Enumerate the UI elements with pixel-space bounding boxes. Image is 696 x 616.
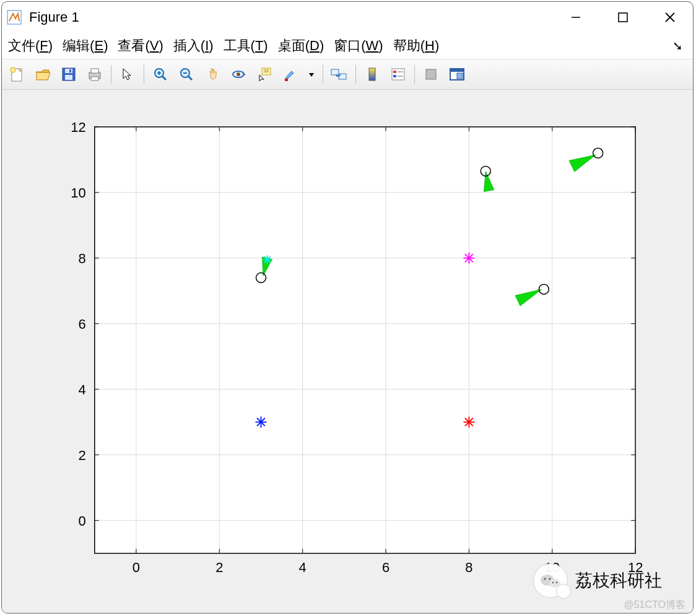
watermark-cto: @51CTO博客 [624,599,685,612]
save-button[interactable] [58,63,80,85]
svg-text:0: 0 [79,513,86,529]
svg-text:10: 10 [71,185,85,201]
watermark-cn: 荔枝科研社 [533,563,662,598]
svg-line-15 [162,76,166,80]
axes-canvas[interactable]: 024681012024681012 荔枝科研社 @51CTO博客 [2,90,693,613]
svg-rect-12 [91,69,98,73]
svg-text:2: 2 [79,448,86,463]
toolbar-separator [355,65,356,84]
svg-text:2: 2 [215,560,223,575]
svg-text:4: 4 [79,382,86,397]
svg-rect-39 [95,127,635,553]
toolbar-separator [144,65,144,84]
menu-desktop[interactable]: 桌面(D) [278,37,324,55]
window-title: Figure 1 [29,9,79,25]
zoom-in-button[interactable] [149,63,172,85]
menu-view[interactable]: 查看(V) [118,37,163,55]
close-button[interactable] [650,4,690,31]
svg-text:8: 8 [465,560,472,575]
svg-point-22 [237,72,240,76]
svg-rect-31 [393,71,396,73]
data-cursor-button[interactable] [253,63,276,85]
wechat-icon [533,563,568,598]
svg-rect-32 [393,75,396,77]
toolbar-separator [323,65,323,84]
svg-rect-38 [457,73,463,79]
svg-text:0: 0 [133,560,140,575]
menu-insert[interactable]: 插入(I) [173,37,214,55]
svg-rect-2 [619,13,627,22]
svg-line-19 [188,76,192,80]
menu-file[interactable]: 文件(F) [8,37,53,55]
svg-text:8: 8 [79,251,86,266]
svg-point-124 [549,578,550,579]
svg-rect-35 [426,69,436,79]
menu-tools[interactable]: 工具(T) [224,37,268,55]
rotate-3d-button[interactable] [227,63,250,85]
svg-text:4: 4 [299,560,307,575]
svg-rect-30 [392,69,404,80]
toolbar [2,59,693,90]
titlebar: Figure 1 [2,2,693,33]
svg-point-126 [556,582,558,584]
hide-plot-button[interactable] [420,63,442,85]
svg-rect-8 [65,69,72,73]
maximize-button[interactable] [602,4,643,31]
menu-window[interactable]: 窗口(W) [334,37,383,55]
window-controls [555,4,690,31]
svg-rect-9 [65,75,72,80]
zoom-out-button[interactable] [175,63,198,85]
matlab-icon [7,10,22,25]
new-figure-button[interactable] [6,63,28,85]
svg-rect-13 [91,77,98,80]
brush-button[interactable] [279,63,302,85]
svg-point-6 [11,67,15,72]
colorbar-button[interactable] [361,63,383,85]
pan-button[interactable] [201,63,224,85]
link-axes-button[interactable] [328,63,350,85]
toolbar-separator [414,65,415,84]
pointer-button[interactable] [116,63,139,85]
svg-rect-29 [369,68,375,80]
menu-edit[interactable]: 编辑(E) [63,37,108,55]
open-button[interactable] [32,63,54,85]
brush-dropdown-button[interactable] [305,63,318,85]
svg-point-125 [552,582,554,584]
axes-svg: 024681012024681012 [2,90,693,614]
menu-help[interactable]: 帮助(H) [393,37,440,55]
svg-point-123 [544,578,546,579]
svg-text:12: 12 [71,119,85,135]
menubar: 文件(F) 编辑(E) 查看(V) 插入(I) 工具(T) 桌面(D) 窗口(W… [2,33,693,59]
svg-rect-27 [331,69,339,75]
svg-text:6: 6 [382,560,389,575]
minimize-button[interactable] [555,4,596,31]
toolbar-separator [111,65,111,84]
svg-rect-37 [450,69,464,72]
svg-rect-10 [69,69,71,72]
dock-arrow-icon[interactable]: ➘ [672,38,687,53]
svg-rect-26 [285,79,288,81]
svg-text:6: 6 [79,316,86,332]
legend-button[interactable] [387,63,409,85]
svg-point-122 [549,579,560,588]
dock-figure-button[interactable] [446,63,468,85]
figure-window: Figure 1 文件(F) 编辑(E) 查看(V) 插入(I) 工具(T) 桌… [1,1,694,614]
print-button[interactable] [84,63,106,85]
